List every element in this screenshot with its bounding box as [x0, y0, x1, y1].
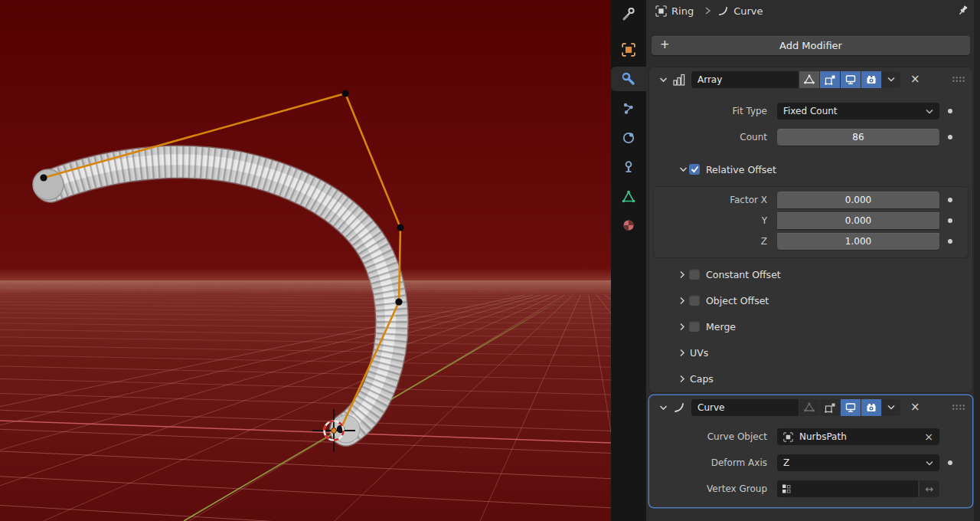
wrench-icon — [621, 71, 636, 87]
show-in-editmode-toggle[interactable] — [820, 399, 840, 416]
delete-modifier-button[interactable]: × — [910, 401, 920, 413]
expand-chevron-icon[interactable] — [679, 166, 688, 172]
show-in-render-toggle[interactable] — [861, 399, 881, 416]
tab-object-properties[interactable] — [611, 38, 646, 62]
relative-offset-header[interactable]: Relative Offset — [649, 162, 972, 177]
blender-window: Ring Curve + A — [0, 0, 980, 521]
animate-decorator[interactable] — [948, 135, 952, 139]
count-field[interactable]: 86 — [777, 129, 939, 146]
constant-offset-checkbox[interactable] — [689, 269, 700, 280]
show-in-editmode-toggle[interactable] — [820, 71, 840, 88]
object-offset-checkbox[interactable] — [689, 295, 700, 306]
modifier-name-field[interactable]: Array — [691, 71, 799, 88]
deform-axis-label: Deform Axis — [649, 454, 767, 471]
chevron-right-icon[interactable] — [679, 297, 688, 305]
curve-object-field[interactable]: NurbsPath × — [777, 428, 939, 445]
animate-decorator[interactable] — [948, 460, 952, 465]
curve-modifier-icon — [673, 401, 685, 414]
constant-offset-label: Constant Offset — [706, 269, 781, 280]
show-in-render-toggle[interactable] — [861, 71, 881, 88]
curve-modifier-panel: Curve — [649, 395, 972, 507]
factor-x-field[interactable]: 0.000 — [777, 192, 939, 208]
chevron-right-icon[interactable] — [679, 349, 688, 357]
object-origin — [332, 428, 337, 434]
on-cage-icon — [804, 74, 815, 84]
control-point[interactable] — [341, 90, 348, 97]
properties-tab-strip — [611, 0, 646, 521]
factor-z-field[interactable]: 1.000 — [777, 233, 939, 250]
chevron-down-icon — [887, 405, 895, 410]
tab-object-data-properties[interactable] — [611, 185, 646, 209]
modifier-extras-dropdown[interactable] — [882, 399, 900, 416]
object-offset-section[interactable]: Object Offset — [649, 293, 972, 308]
merge-section[interactable]: Merge — [649, 319, 972, 334]
tab-particle-properties[interactable] — [611, 97, 646, 121]
curve-object-value: NurbsPath — [799, 431, 847, 442]
show-in-viewport-toggle[interactable] — [841, 399, 861, 416]
object-properties-icon — [622, 43, 635, 57]
uvs-section[interactable]: UVs — [649, 345, 972, 360]
constant-offset-section[interactable]: Constant Offset — [649, 267, 972, 282]
monitor-icon — [845, 402, 856, 413]
viewport-sky — [0, 0, 611, 280]
properties-editor: Ring Curve + A — [646, 0, 980, 521]
breadcrumb-active-item[interactable]: Curve — [733, 5, 763, 17]
add-modifier-label: Add Modifier — [779, 40, 842, 51]
chevron-right-icon[interactable] — [679, 375, 688, 383]
animate-decorator[interactable] — [948, 239, 952, 244]
control-point[interactable] — [397, 224, 403, 231]
caps-section[interactable]: Caps — [649, 371, 972, 386]
clear-object-button[interactable]: × — [924, 431, 933, 443]
animate-decorator[interactable] — [948, 109, 952, 113]
delete-modifier-button[interactable]: × — [910, 74, 920, 85]
expand-chevron-icon[interactable] — [659, 77, 668, 83]
relative-offset-checkbox[interactable] — [689, 164, 700, 175]
show-in-viewport-toggle[interactable] — [841, 71, 861, 88]
plus-icon: + — [660, 38, 670, 51]
show-on-cage-toggle[interactable] — [799, 399, 819, 416]
modifier-name-field[interactable]: Curve — [691, 399, 799, 416]
fit-type-dropdown[interactable]: Fixed Count — [777, 103, 939, 120]
animate-decorator[interactable] — [948, 198, 952, 202]
vertex-group-field[interactable]: ↔ — [777, 480, 939, 497]
tool-icon — [621, 6, 636, 21]
breadcrumb: Ring Curve — [646, 0, 980, 21]
modifier-extras-dropdown[interactable] — [882, 71, 900, 88]
chevron-right-icon[interactable] — [679, 323, 688, 331]
tab-modifier-properties[interactable] — [611, 67, 646, 91]
control-point[interactable] — [395, 298, 402, 305]
tab-physics-properties[interactable] — [611, 126, 646, 150]
invert-vertex-group-button[interactable]: ↔ — [920, 480, 939, 497]
show-on-cage-toggle[interactable] — [799, 71, 819, 88]
physics-icon — [621, 130, 636, 146]
pin-icon[interactable] — [956, 4, 969, 17]
factor-z-row: Z 1.000 — [649, 233, 972, 250]
chevron-down-icon — [926, 109, 933, 114]
chevron-down-icon — [926, 460, 933, 466]
chevron-down-icon — [887, 77, 895, 82]
uvs-label: UVs — [690, 347, 708, 359]
3d-viewport[interactable] — [0, 0, 611, 521]
fit-type-row: Fit Type Fixed Count — [649, 103, 972, 120]
breadcrumb-object-name[interactable]: Ring — [671, 5, 694, 17]
tab-tool[interactable] — [611, 2, 646, 26]
add-modifier-button[interactable]: + Add Modifier — [652, 36, 970, 55]
drag-handle[interactable] — [952, 404, 965, 411]
factor-y-field[interactable]: 0.000 — [777, 212, 939, 229]
control-point[interactable] — [40, 174, 47, 181]
tab-constraint-properties[interactable] — [611, 155, 646, 179]
tab-material-properties[interactable] — [611, 213, 646, 238]
horizon-haze — [0, 268, 611, 293]
object-offset-label: Object Offset — [706, 295, 769, 306]
chevron-right-icon[interactable] — [679, 270, 688, 279]
vertex-group-icon — [781, 483, 793, 495]
object-icon — [783, 432, 793, 442]
swap-arrows-icon: ↔ — [926, 483, 934, 495]
deform-axis-dropdown[interactable]: Z — [777, 454, 939, 471]
drag-handle[interactable] — [952, 76, 965, 83]
panel-scrollbar[interactable] — [974, 0, 980, 521]
object-icon — [655, 5, 667, 17]
animate-decorator[interactable] — [948, 218, 952, 223]
expand-chevron-icon[interactable] — [659, 405, 668, 411]
merge-checkbox[interactable] — [689, 321, 700, 332]
